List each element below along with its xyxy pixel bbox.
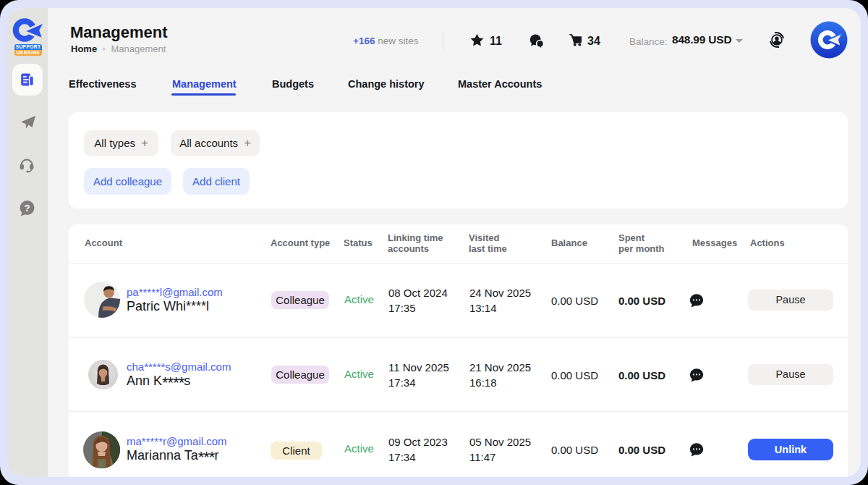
svg-text:?: ? (25, 203, 30, 214)
